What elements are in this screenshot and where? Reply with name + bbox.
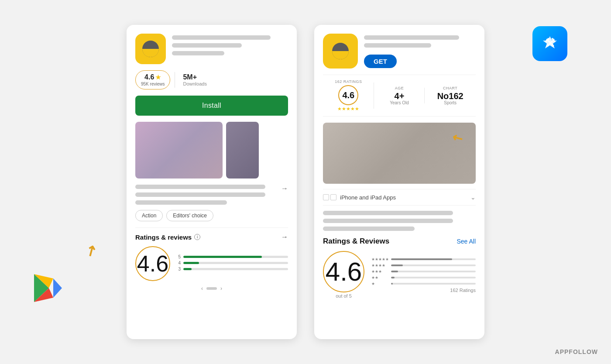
bar-fill-4 [183, 262, 199, 264]
ios-bar-track-1 [391, 283, 476, 285]
ios-bar-fill-3 [391, 271, 398, 272]
app-name-line [172, 35, 271, 40]
ios-stat-chart: CHART No162 Sports [425, 86, 476, 105]
bar-fill-3 [183, 268, 192, 270]
bar-label-3: 3 [177, 267, 181, 271]
bar-row-3: 3 [177, 267, 288, 271]
desc-line-1 [135, 185, 265, 189]
big-rating-google: 4.6 [135, 246, 170, 281]
bar-row-5: 5 [177, 254, 288, 259]
divider-google [175, 72, 175, 88]
ios-bar-stars-3: ★★★ [371, 269, 389, 274]
compat-chevron[interactable]: ⌄ [470, 194, 476, 201]
age-value: 4+ [374, 92, 425, 100]
see-all-link[interactable]: See All [457, 238, 476, 245]
ios-bar-track-5 [391, 258, 476, 260]
ios-bar-stars-4: ★★★★ [371, 263, 389, 268]
ios-bar-track-3 [391, 271, 476, 272]
bar-label-4: 4 [177, 261, 181, 265]
ios-ratings-header: Ratings & Reviews See All [323, 237, 476, 246]
description-google: → [135, 185, 288, 205]
main-container: 4.6 ★ 95K reviews 5M+ Downloads Install … [0, 0, 611, 364]
ratings-arrow[interactable]: → [281, 233, 288, 241]
ios-big-rating: 4.6 out of 5 [323, 251, 364, 299]
chart-value: No162 [425, 92, 476, 100]
ios-bar-fill-4 [391, 264, 403, 266]
google-play-card: 4.6 ★ 95K reviews 5M+ Downloads Install … [127, 25, 297, 339]
ios-bar-fill-5 [391, 258, 452, 260]
tag-editors[interactable]: Editors' choice [166, 210, 213, 221]
ratings-body-google: 4.6 5 4 3 [135, 246, 288, 281]
ios-app-icon-inner [332, 43, 349, 59]
app-title-google [172, 34, 288, 59]
ios-bar-track-2 [391, 277, 476, 278]
scroll-left-chevron[interactable]: ‹ [201, 285, 203, 292]
ios-desc-1 [323, 211, 453, 215]
ios-name-line-1 [364, 35, 459, 40]
scroll-right-chevron[interactable]: › [220, 285, 222, 292]
annotation-arrow-google: ↗ [82, 241, 100, 261]
app-dev-line [172, 43, 242, 48]
downloads-num: 5M+ [183, 73, 206, 81]
bar-row-4: 4 [177, 261, 288, 265]
info-icon[interactable]: i [194, 234, 200, 240]
app-icon-google [135, 34, 166, 64]
get-button[interactable]: GET [364, 55, 397, 68]
ios-ratings-count: 162 Ratings [371, 288, 476, 293]
rating-value-google: 4.6 [144, 73, 154, 81]
ios-stars: ★★★★★ [323, 106, 374, 112]
app-store-badge: ⚒ [532, 26, 567, 61]
ratings-header-google: Ratings & reviews i → [135, 233, 288, 241]
screenshot-main [135, 122, 223, 179]
chart-sub: Sports [425, 100, 476, 105]
bar-label-5: 5 [177, 254, 181, 259]
svg-marker-4 [53, 278, 62, 298]
app-header-google [135, 34, 288, 64]
reviews-label-google: 95K reviews [141, 82, 165, 86]
scroll-indicator: ‹ › [135, 285, 288, 292]
downloads-label: Downloads [183, 81, 206, 86]
ios-rating-value: 4.6 [338, 85, 358, 105]
rating-number-google: 4.6 ★ [144, 73, 161, 81]
app-sub-line [172, 51, 224, 55]
appfollow-brand: APPFOLLOW [555, 348, 598, 355]
bar-track-5 [183, 256, 288, 258]
screenshot-thumb [226, 122, 259, 179]
ios-bar-stars-5: ★★★★★ [371, 257, 389, 261]
iphone-icon [323, 194, 329, 200]
bars-block-google: 5 4 3 [177, 254, 288, 273]
star-icon-google: ★ [155, 74, 161, 81]
tags-row: Action Editors' choice [135, 210, 288, 221]
ios-bar-row-1: ★ [371, 282, 476, 286]
tag-action[interactable]: Action [135, 210, 163, 221]
rating-badge-google: 4.6 ★ 95K reviews [135, 70, 170, 89]
ios-header: GET [323, 34, 476, 69]
ios-desc-3 [323, 227, 415, 231]
bar-track-4 [183, 262, 288, 264]
ios-stat-age: AGE 4+ Years Old [374, 86, 425, 105]
ios-bar-fill-1 [391, 283, 393, 285]
age-label: AGE [374, 86, 425, 90]
app-icon-inner [142, 41, 159, 57]
desc-line-2 [135, 192, 265, 197]
ios-bar-row-3: ★★★ [371, 269, 476, 274]
install-button[interactable]: Install [135, 96, 288, 116]
ios-ratings-body: 4.6 out of 5 ★★★★★ ★★★★ ★★★ [323, 251, 476, 299]
ios-name-line-2 [364, 43, 431, 48]
scroll-dot [206, 287, 217, 290]
ipad-icon [330, 194, 336, 200]
app-store-icon-svg: ⚒ [539, 33, 561, 55]
ios-compat[interactable]: iPhone and iPad Apps ⌄ [323, 189, 476, 206]
ios-desc-2 [323, 219, 453, 223]
desc-arrow[interactable]: → [281, 185, 288, 192]
ios-bar-stars-2: ★★ [371, 275, 389, 280]
ios-bar-row-4: ★★★★ [371, 263, 476, 268]
google-play-icon [31, 271, 65, 306]
ios-screenshot [323, 123, 476, 184]
screenshots-google [135, 122, 288, 179]
ios-bar-row-2: ★★ [371, 275, 476, 280]
ratings-label: 162 RATINGS [323, 79, 374, 84]
bar-track-3 [183, 268, 288, 270]
ios-out-of: out of 5 [323, 293, 364, 299]
compat-text: iPhone and iPad Apps [340, 194, 470, 201]
